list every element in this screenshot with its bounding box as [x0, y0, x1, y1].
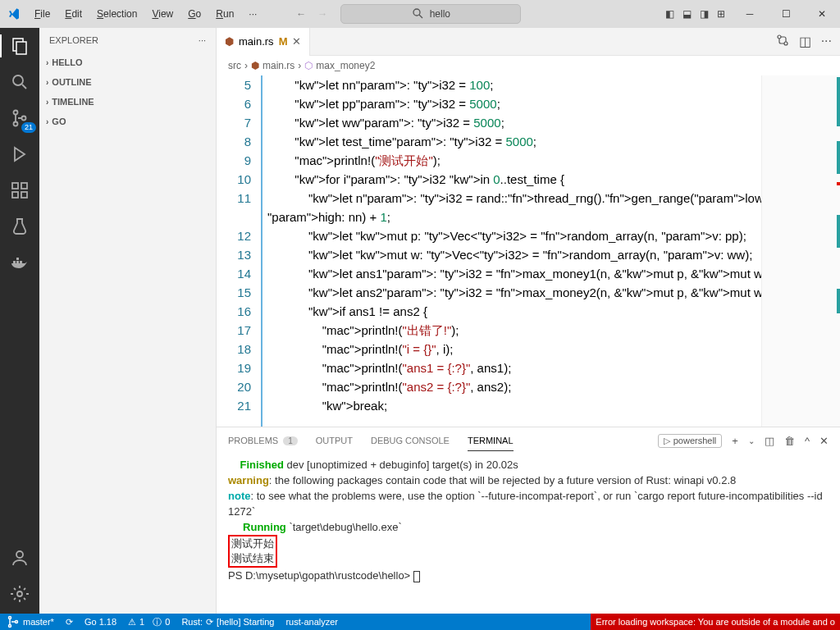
panel-close-icon[interactable]: ✕ — [819, 435, 829, 447]
svg-point-0 — [413, 9, 420, 16]
sidebar-section-go[interactable]: ›GO — [39, 112, 216, 131]
menu-file[interactable]: FFileile — [28, 5, 57, 23]
svg-rect-15 — [20, 261, 22, 263]
code-line[interactable]: "mac">println!("ans1 = {:?}", ans1); — [267, 358, 840, 377]
code-line[interactable]: "kw">let n"param">: "ty">i32 = rand::"fn… — [267, 189, 840, 208]
status-error-message[interactable]: Error loading workspace: You are outside… — [591, 614, 840, 630]
code-line[interactable]: "kw">let "kw">mut p: "ty">Vec<"ty">i32> … — [267, 226, 840, 245]
svg-point-8 — [22, 116, 26, 121]
svg-rect-9 — [12, 183, 18, 189]
tab-modified-badge: M — [279, 35, 288, 48]
terminal-new-icon[interactable]: + — [732, 435, 738, 447]
editor-split-icon[interactable]: ◫ — [799, 34, 811, 50]
code-line[interactable]: "kw">let ww"param">: "ty">i32 = 5000; — [267, 113, 840, 132]
window-minimize-icon[interactable]: ─ — [732, 0, 768, 28]
layout-sidebar-right-icon[interactable]: ◨ — [700, 8, 709, 20]
terminal-output[interactable]: Finished dev [unoptimized + debuginfo] t… — [217, 454, 840, 614]
explorer-title: EXPLORER — [49, 35, 98, 45]
layout-sidebar-left-icon[interactable]: ◧ — [665, 8, 674, 20]
code-line[interactable]: "mac">println!("测试开始"); — [267, 151, 840, 170]
chevron-down-icon[interactable]: ⌄ — [748, 436, 755, 445]
svg-point-17 — [16, 551, 23, 558]
scm-badge: 21 — [21, 122, 36, 133]
code-line[interactable]: "kw">let ans2"param">: "ty">i32 = "fn">m… — [267, 283, 840, 302]
window-maximize-icon[interactable]: ☐ — [768, 0, 804, 28]
code-line[interactable]: "kw">let "kw">mut w: "ty">Vec<"ty">i32> … — [267, 245, 840, 264]
panel-tab-output[interactable]: OUTPUT — [316, 431, 353, 450]
status-sync-icon[interactable]: ⟳ — [66, 617, 73, 628]
layout-panel-icon[interactable]: ⬓ — [682, 8, 692, 20]
menu-run[interactable]: Run — [209, 5, 240, 23]
code-line[interactable]: "kw">let pp"param">: "ty">i32 = 5000; — [267, 94, 840, 113]
panel-tab-debug-console[interactable]: DEBUG CONSOLE — [371, 431, 450, 450]
svg-point-20 — [784, 42, 788, 45]
terminal-split-icon[interactable]: ◫ — [765, 435, 774, 447]
code-line[interactable]: "mac">println!("出错了!"); — [267, 321, 840, 340]
code-line[interactable]: "kw">if ans1 != ans2 { — [267, 302, 840, 321]
activity-testing-icon[interactable] — [8, 215, 31, 238]
code-line[interactable]: "kw">break; — [267, 396, 840, 415]
tab-close-icon[interactable]: ✕ — [292, 35, 301, 48]
tab-filename: main.rs — [239, 35, 274, 48]
menu-selection[interactable]: Selection — [90, 5, 144, 23]
activity-extensions-icon[interactable] — [8, 179, 31, 202]
svg-rect-11 — [21, 192, 27, 198]
status-branch[interactable]: master* — [7, 615, 54, 628]
sidebar-section-timeline[interactable]: ›TIMELINE — [39, 92, 216, 112]
code-line[interactable]: "kw">let ans1"param">: "ty">i32 = "fn">m… — [267, 264, 840, 283]
nav-back-icon[interactable]: ← — [296, 8, 306, 20]
nav-forward-icon[interactable]: → — [317, 8, 327, 20]
window-close-icon[interactable]: ✕ — [804, 0, 840, 28]
activity-accounts-icon[interactable] — [8, 546, 31, 569]
status-go-version[interactable]: Go 1.18 — [84, 617, 116, 627]
svg-point-6 — [14, 111, 18, 115]
svg-line-5 — [22, 84, 26, 89]
activity-settings-icon[interactable] — [8, 582, 31, 605]
svg-rect-10 — [12, 192, 18, 198]
panel-tab-terminal[interactable]: TERMINAL — [468, 431, 514, 451]
svg-rect-16 — [16, 258, 19, 260]
terminal-kill-icon[interactable]: 🗑 — [784, 435, 795, 447]
activity-source-control-icon[interactable]: 21 — [8, 107, 31, 130]
status-rust[interactable]: Rust: ⟳ [hello] Starting — [181, 617, 274, 628]
panel-tab-problems[interactable]: PROBLEMS1 — [228, 431, 298, 450]
activity-docker-icon[interactable] — [8, 251, 31, 274]
terminal-shell-selector[interactable]: ▷powershell — [658, 434, 723, 448]
symbol-function-icon: ⬡ — [304, 60, 313, 71]
code-line[interactable]: "mac">println!("i = {}", i); — [267, 340, 840, 358]
svg-rect-13 — [13, 261, 16, 263]
editor-more-icon[interactable]: ··· — [821, 34, 832, 50]
code-line[interactable]: "mac">println!("ans2 = {:?}", ans2); — [267, 377, 840, 396]
menu-view[interactable]: View — [145, 5, 180, 23]
rust-file-icon: ⬢ — [225, 35, 234, 48]
search-query: hello — [430, 8, 450, 20]
vscode-logo-icon — [0, 7, 28, 21]
svg-rect-14 — [16, 261, 19, 263]
search-box[interactable]: hello — [340, 4, 521, 24]
sidebar-section-outline[interactable]: ›OUTLINE — [39, 72, 216, 92]
tab-main-rs[interactable]: ⬢ main.rs M ✕ — [217, 28, 310, 56]
layout-customize-icon[interactable]: ⊞ — [717, 8, 725, 20]
code-line[interactable]: "kw">for i"param">: "ty">i32 "kw">in 0..… — [267, 170, 840, 189]
svg-point-22 — [9, 625, 11, 628]
code-line[interactable]: "kw">let test_time"param">: "ty">i32 = 5… — [267, 132, 840, 151]
svg-point-7 — [14, 122, 18, 126]
explorer-more-icon[interactable]: ··· — [199, 35, 206, 45]
status-rust-analyzer[interactable]: rust-analyzer — [285, 617, 338, 627]
code-line[interactable]: "kw">let nn"param">: "ty">i32 = 100; — [267, 75, 840, 94]
svg-point-19 — [778, 35, 781, 39]
menu-more[interactable]: ··· — [242, 5, 263, 23]
status-problems[interactable]: ⚠ 1 ⓘ 0 — [128, 616, 170, 628]
activity-search-icon[interactable] — [8, 71, 31, 94]
minimap[interactable] — [761, 75, 840, 427]
terminal-cursor — [413, 571, 420, 582]
breadcrumb[interactable]: src› ⬢ main.rs› ⬡ max_money2 — [217, 56, 840, 75]
activity-run-debug-icon[interactable] — [8, 143, 31, 166]
panel-maximize-icon[interactable]: ^ — [805, 435, 810, 447]
activity-explorer-icon[interactable] — [8, 34, 31, 57]
sidebar-section-hello[interactable]: ›HELLO — [39, 52, 216, 72]
editor-compare-icon[interactable] — [776, 34, 789, 50]
svg-rect-12 — [21, 183, 27, 189]
menu-go[interactable]: Go — [181, 5, 208, 23]
menu-edit[interactable]: Edit — [58, 5, 89, 23]
